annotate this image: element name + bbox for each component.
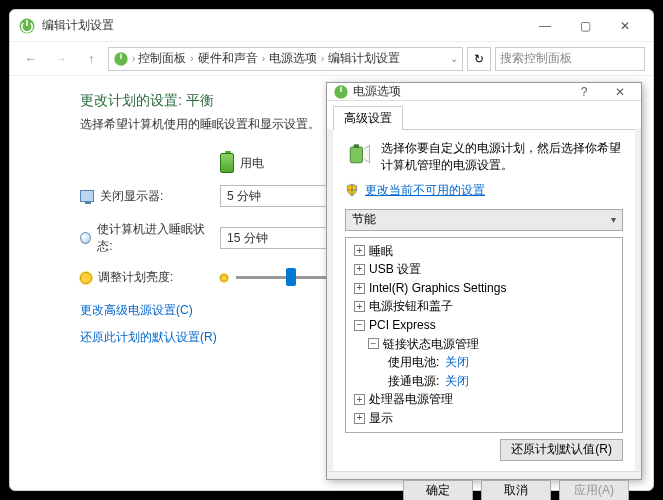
display-timeout-value: 5 分钟: [227, 188, 261, 205]
expander-icon[interactable]: +: [354, 245, 365, 256]
tree-onbattery-label[interactable]: 使用电池:: [388, 353, 439, 372]
address-bar[interactable]: › 控制面板 › 硬件和声音 › 电源选项 › 编辑计划设置 ⌄: [108, 47, 463, 71]
dialog-titlebar: 电源选项 ? ✕: [327, 83, 641, 101]
moon-icon: [80, 232, 91, 244]
tree-sleep[interactable]: 睡眠: [369, 242, 393, 261]
chevron-right-icon: ›: [190, 53, 193, 64]
plan-select[interactable]: 节能: [345, 209, 623, 231]
ok-button[interactable]: 确定: [403, 480, 473, 500]
power-icon: [113, 51, 129, 67]
breadcrumb-item[interactable]: 编辑计划设置: [328, 50, 400, 67]
restore-plan-defaults-button[interactable]: 还原计划默认值(R): [500, 439, 623, 461]
minimize-button[interactable]: —: [525, 12, 565, 40]
power-large-icon: [345, 140, 373, 168]
change-unavailable-link[interactable]: 更改当前不可用的设置: [345, 182, 623, 199]
expander-icon[interactable]: +: [354, 264, 365, 275]
breadcrumb-item[interactable]: 电源选项: [269, 50, 317, 67]
dialog-description-row: 选择你要自定义的电源计划，然后选择你希望计算机管理的电源设置。: [345, 140, 623, 174]
search-input[interactable]: 搜索控制面板: [495, 47, 645, 71]
tree-powerbtn[interactable]: 电源按钮和盖子: [369, 297, 453, 316]
up-button[interactable]: ↑: [78, 46, 104, 72]
tab-advanced[interactable]: 高级设置: [333, 106, 403, 130]
expander-icon[interactable]: −: [368, 338, 379, 349]
breadcrumb: 控制面板 › 硬件和声音 › 电源选项 › 编辑计划设置: [138, 50, 400, 67]
tab-body: 选择你要自定义的电源计划，然后选择你希望计算机管理的电源设置。 更改当前不可用的…: [333, 129, 635, 471]
sleep-label: 使计算机进入睡眠状态:: [97, 221, 210, 255]
svg-rect-1: [26, 20, 28, 26]
chevron-down-icon[interactable]: ⌄: [450, 53, 458, 64]
svg-rect-6: [350, 147, 362, 163]
back-button[interactable]: ←: [18, 46, 44, 72]
dialog-title: 电源选项: [353, 83, 569, 100]
change-unavailable-label: 更改当前不可用的设置: [365, 182, 485, 199]
chevron-right-icon: ›: [262, 53, 265, 64]
display-label: 关闭显示器:: [100, 188, 163, 205]
expander-icon[interactable]: +: [354, 283, 365, 294]
sun-icon: [80, 272, 92, 284]
refresh-button[interactable]: ↻: [467, 47, 491, 71]
tree-onbattery-value[interactable]: 关闭: [445, 353, 469, 372]
chevron-right-icon: ›: [321, 53, 324, 64]
sleep-timeout-value: 15 分钟: [227, 230, 268, 247]
breadcrumb-item[interactable]: 硬件和声音: [198, 50, 258, 67]
maximize-button[interactable]: ▢: [565, 12, 605, 40]
window-controls: — ▢ ✕: [525, 12, 645, 40]
tree-pci[interactable]: PCI Express: [369, 316, 436, 335]
dialog-description: 选择你要自定义的电源计划，然后选择你希望计算机管理的电源设置。: [381, 140, 623, 174]
svg-rect-7: [354, 144, 359, 148]
sun-small-icon: [220, 274, 228, 282]
expander-icon[interactable]: +: [354, 413, 365, 424]
tree-plugged-value[interactable]: 关闭: [445, 372, 469, 391]
help-button[interactable]: ?: [569, 85, 599, 99]
brightness-label: 调整计划亮度:: [98, 269, 173, 286]
forward-button[interactable]: →: [48, 46, 74, 72]
power-options-dialog: 电源选项 ? ✕ 高级设置 选择你要自定义的电源计划，然后选择你希望计算机管理的…: [326, 82, 642, 480]
dialog-footer: 确定 取消 应用(A): [327, 471, 641, 500]
expander-icon[interactable]: −: [354, 320, 365, 331]
battery-icon: [220, 153, 234, 173]
tab-strip: 高级设置: [327, 101, 641, 129]
slider-thumb[interactable]: [286, 268, 296, 286]
tree-plugged-label[interactable]: 接通电源:: [388, 372, 439, 391]
display-timeout-select[interactable]: 5 分钟: [220, 185, 340, 207]
tree-cpu[interactable]: 处理器电源管理: [369, 390, 453, 409]
tree-intel[interactable]: Intel(R) Graphics Settings: [369, 279, 506, 298]
tree-usb[interactable]: USB 设置: [369, 260, 421, 279]
window-title: 编辑计划设置: [42, 17, 525, 34]
tree-linkstate[interactable]: 链接状态电源管理: [383, 335, 479, 354]
dialog-close-button[interactable]: ✕: [605, 85, 635, 99]
main-window: 编辑计划设置 — ▢ ✕ ← → ↑ › 控制面板 › 硬件和声音 › 电源选项…: [9, 9, 654, 491]
breadcrumb-item[interactable]: 控制面板: [138, 50, 186, 67]
titlebar: 编辑计划设置 — ▢ ✕: [10, 10, 653, 42]
cancel-button[interactable]: 取消: [481, 480, 551, 500]
expander-icon[interactable]: +: [354, 301, 365, 312]
shield-icon: [345, 183, 359, 197]
power-icon: [18, 17, 36, 35]
battery-header-label: 用电: [240, 155, 264, 172]
search-placeholder: 搜索控制面板: [500, 50, 572, 67]
chevron-right-icon: ›: [132, 53, 135, 64]
monitor-icon: [80, 190, 94, 202]
expander-icon[interactable]: +: [354, 394, 365, 405]
svg-rect-3: [120, 53, 121, 58]
plan-value: 节能: [352, 211, 376, 228]
tree-display[interactable]: 显示: [369, 409, 393, 428]
svg-rect-5: [340, 86, 341, 91]
apply-button[interactable]: 应用(A): [559, 480, 629, 500]
settings-tree[interactable]: +睡眠 +USB 设置 +Intel(R) Graphics Settings …: [345, 237, 623, 433]
power-icon: [333, 84, 349, 100]
navigation-row: ← → ↑ › 控制面板 › 硬件和声音 › 电源选项 › 编辑计划设置 ⌄ ↻…: [10, 42, 653, 76]
sleep-timeout-select[interactable]: 15 分钟: [220, 227, 340, 249]
close-button[interactable]: ✕: [605, 12, 645, 40]
